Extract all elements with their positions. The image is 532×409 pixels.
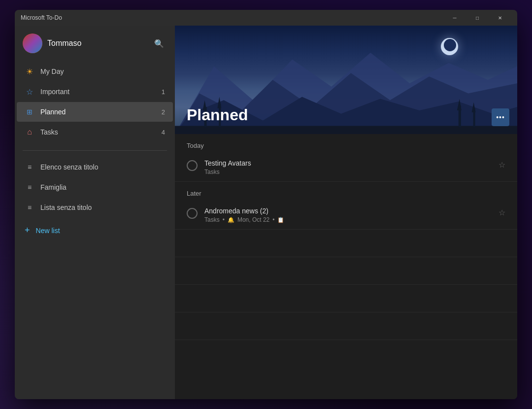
task-complete-circle-2[interactable] — [187, 208, 198, 219]
list-item-famiglia[interactable]: ≡ Famiglia — [17, 177, 173, 197]
app-content: Tommaso 🔍 ☀ My Day ☆ Important 1 — [15, 26, 517, 399]
task-title: Testing Avatars — [204, 159, 492, 167]
task-dot-1: • — [223, 216, 225, 223]
task-meta-2: Tasks • 🔔 Mon, Oct 22 • 📋 — [204, 216, 492, 223]
nav-label-planned: Planned — [40, 108, 149, 116]
sidebar-header: Tommaso 🔍 — [15, 26, 175, 57]
task-content-2: Andromeda news (2) Tasks • 🔔 Mon, Oct 22… — [204, 207, 492, 223]
nav-badge-important: 1 — [155, 88, 165, 96]
hero-area: Planned ••• — [175, 26, 517, 134]
note-icon: 📋 — [277, 217, 284, 223]
sidebar-item-important[interactable]: ☆ Important 1 — [17, 82, 173, 102]
user-info[interactable]: Tommaso — [23, 34, 81, 53]
sidebar: Tommaso 🔍 ☀ My Day ☆ Important 1 — [15, 26, 175, 399]
task-star-button[interactable]: ☆ — [499, 160, 505, 170]
plus-icon: + — [25, 225, 30, 236]
nav-badge-planned: 2 — [155, 108, 165, 116]
app-window: Microsoft To-Do ─ □ ✕ Tommaso 🔍 — [15, 10, 517, 399]
task-date: Mon, Oct 22 — [237, 216, 269, 223]
section-header-today: Today — [175, 134, 517, 153]
new-list-button[interactable]: + New list — [17, 220, 173, 240]
task-list: Today Testing Avatars Tasks ☆ Later — [175, 134, 517, 399]
list-label-lista: Lista senza titolo — [40, 204, 92, 211]
svg-rect-3 — [175, 126, 517, 135]
username: Tommaso — [47, 39, 81, 48]
avatar-image — [23, 34, 42, 53]
avatar — [23, 34, 42, 53]
sidebar-item-tasks[interactable]: ⌂ Tasks 4 — [17, 122, 173, 142]
list-section: ≡ Elenco senza titolo ≡ Famiglia ≡ Lista… — [15, 155, 175, 220]
list-icon-famiglia: ≡ — [25, 182, 34, 192]
empty-row-3 — [175, 285, 517, 312]
nav-section: ☀ My Day ☆ Important 1 ⊞ Planned 2 ⌂ — [15, 57, 175, 146]
nav-label-important: Important — [40, 88, 149, 96]
reminder-icon: 🔔 — [228, 217, 234, 223]
main-panel: Planned ••• Today Testing Avatars Tasks … — [175, 26, 517, 399]
task-list-name-2: Tasks — [204, 216, 220, 223]
close-button[interactable]: ✕ — [489, 10, 511, 26]
list-item-elenco[interactable]: ≡ Elenco senza titolo — [17, 157, 173, 177]
empty-row-2 — [175, 257, 517, 285]
app-title: Microsoft To-Do — [21, 14, 62, 21]
home-icon: ⌂ — [25, 127, 34, 137]
page-title: Planned — [187, 106, 248, 124]
star-icon: ☆ — [25, 87, 34, 97]
window-controls: ─ □ ✕ — [443, 10, 511, 26]
nav-badge-tasks: 4 — [155, 129, 165, 136]
empty-row-1 — [175, 230, 517, 257]
search-icon: 🔍 — [154, 39, 164, 48]
task-complete-circle[interactable] — [187, 160, 198, 171]
task-item-andromeda[interactable]: Andromeda news (2) Tasks • 🔔 Mon, Oct 22… — [175, 201, 517, 230]
title-bar: Microsoft To-Do ─ □ ✕ — [15, 10, 517, 26]
list-item-lista[interactable]: ≡ Lista senza titolo — [17, 198, 173, 217]
nav-label-tasks: Tasks — [40, 128, 149, 136]
empty-row-4 — [175, 312, 517, 340]
task-star-button-2[interactable]: ☆ — [499, 208, 505, 217]
list-icon-lista: ≡ — [25, 203, 34, 212]
sidebar-item-my-day[interactable]: ☀ My Day — [17, 62, 173, 81]
nav-label-my-day: My Day — [40, 68, 165, 75]
task-meta: Tasks — [204, 169, 492, 175]
minimize-button[interactable]: ─ — [443, 10, 466, 26]
list-label-famiglia: Famiglia — [40, 183, 66, 191]
task-title-2: Andromeda news (2) — [204, 207, 492, 215]
nav-divider — [23, 150, 167, 151]
list-icon-elenco: ≡ — [25, 162, 34, 172]
sidebar-item-planned[interactable]: ⊞ Planned 2 — [17, 102, 173, 122]
sun-icon: ☀ — [25, 67, 34, 76]
new-list-label: New list — [36, 227, 60, 235]
task-item-testing-avatars[interactable]: Testing Avatars Tasks ☆ — [175, 153, 517, 182]
section-header-later: Later — [175, 182, 517, 201]
task-dot-2: • — [272, 216, 274, 223]
list-label-elenco: Elenco senza titolo — [40, 163, 99, 171]
task-content: Testing Avatars Tasks — [204, 159, 492, 175]
grid-icon: ⊞ — [25, 107, 34, 117]
task-list-name: Tasks — [204, 169, 220, 175]
search-button[interactable]: 🔍 — [151, 36, 167, 51]
more-options-button[interactable]: ••• — [492, 108, 509, 126]
maximize-button[interactable]: □ — [466, 10, 489, 26]
